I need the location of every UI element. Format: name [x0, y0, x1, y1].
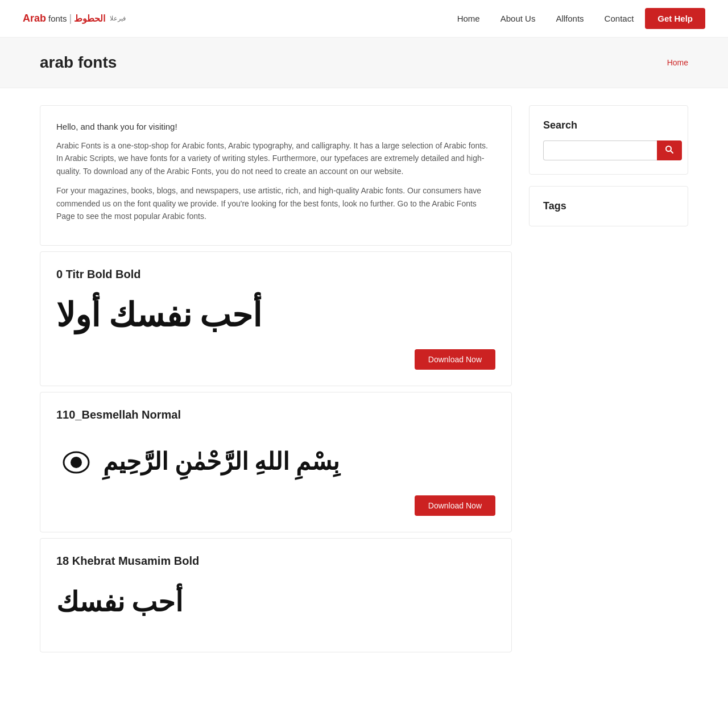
font-card-3: 18 Khebrat Musamim Bold أحب نفسك: [40, 538, 512, 652]
font-title-2: 110_Besmellah Normal: [56, 408, 495, 421]
font-preview-2: بِسْمِ اللهِ الرَّحْمٰنِ الرَّحِيمِ: [56, 433, 386, 484]
font-title-1: 0 Titr Bold Bold: [56, 268, 495, 281]
nav-get-help[interactable]: Get Help: [645, 8, 705, 29]
search-icon: [665, 145, 674, 154]
font-card-2: 110_Besmellah Normal بِسْمِ اللهِ الرَّح…: [40, 392, 512, 532]
page-title: arab fonts: [40, 53, 117, 72]
intro-section: Hello, and thank you for visiting! Arabi…: [40, 105, 512, 246]
tags-widget-title: Tags: [543, 200, 674, 212]
download-row-2: Download Now: [56, 495, 495, 516]
search-button[interactable]: [657, 140, 682, 160]
search-widget: Search: [529, 105, 688, 175]
intro-para2: For your magazines, books, blogs, and ne…: [56, 184, 495, 222]
download-row-1: Download Now: [56, 349, 495, 370]
logo-sub: فيرعلا: [110, 15, 126, 22]
intro-para1: Arabic Fonts is a one-stop-shop for Arab…: [56, 139, 495, 177]
tags-widget: Tags: [529, 186, 688, 226]
logo-fonts: fonts: [48, 14, 67, 23]
intro-greeting: Hello, and thank you for visiting!: [56, 122, 495, 131]
main-layout: Hello, and thank you for visiting! Arabi…: [0, 88, 728, 675]
arabic-preview-3: أحب نفسك: [56, 586, 183, 618]
main-nav: Home About Us Allfonts Contact Get Help: [448, 8, 705, 29]
svg-point-2: [71, 457, 82, 468]
svg-text:بِسْمِ اللهِ الرَّحْمٰنِ الرَّ: بِسْمِ اللهِ الرَّحْمٰنِ الرَّحِيمِ: [102, 449, 341, 480]
logo-arabic-text: الحطوط: [74, 13, 105, 24]
breadcrumb[interactable]: Home: [667, 58, 688, 67]
logo[interactable]: Arab fonts | الحطوط فيرعلا: [23, 13, 126, 24]
calligraphy-svg: بِسْمِ اللهِ الرَّحْمٰنِ الرَّحِيمِ: [56, 433, 386, 484]
svg-line-4: [671, 151, 673, 153]
site-header: Arab fonts | الحطوط فيرعلا Home About Us…: [0, 0, 728, 38]
nav-allfonts[interactable]: Allfonts: [547, 9, 593, 28]
page-header-bar: arab fonts Home: [0, 38, 728, 88]
search-widget-title: Search: [543, 119, 674, 131]
font-card-1: 0 Titr Bold Bold أحب نفسك أولا Download …: [40, 251, 512, 386]
font-title-3: 18 Khebrat Musamim Bold: [56, 555, 495, 568]
logo-arab: Arab: [23, 13, 46, 24]
arabic-preview-1: أحب نفسك أولا: [56, 296, 262, 334]
nav-contact[interactable]: Contact: [595, 9, 643, 28]
sidebar: Search Tags: [529, 105, 688, 658]
nav-about-us[interactable]: About Us: [491, 9, 545, 28]
download-button-1[interactable]: Download Now: [415, 349, 495, 370]
logo-pipe: |: [69, 13, 72, 24]
nav-home[interactable]: Home: [448, 9, 489, 28]
search-row: [543, 140, 674, 160]
search-input[interactable]: [543, 140, 657, 160]
content-area: Hello, and thank you for visiting! Arabi…: [40, 105, 512, 658]
download-button-2[interactable]: Download Now: [415, 495, 495, 516]
font-preview-3: أحب نفسك: [56, 579, 495, 624]
font-preview-1: أحب نفسك أولا: [56, 292, 495, 338]
